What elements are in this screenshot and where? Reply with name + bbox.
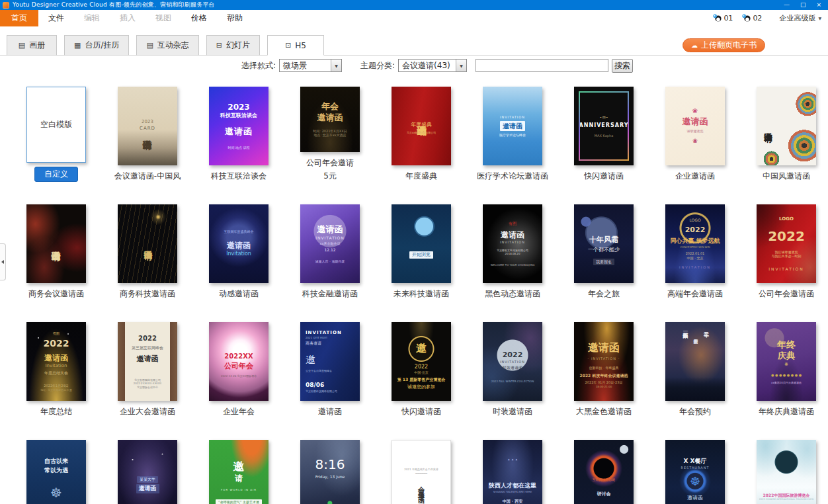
thumbnail-text: 企业年会品牌营销峰会 xyxy=(306,369,332,372)
search-button[interactable]: 搜索 xyxy=(612,59,633,73)
upload-ebook-label: 上传翻页电子书 xyxy=(701,40,757,51)
template-thumbnail[interactable]: 2022中国国际旅游博览会2022 CHINESE INTERNATIONAL … xyxy=(757,440,816,504)
thumbnail-text: 第三届互联网峰会 xyxy=(132,345,163,351)
template-thumbnail[interactable]: 邀请函INVITATIONxx界金融会议12.12诚邀人席 · 逾期作废 xyxy=(300,204,360,283)
template-thumbnail[interactable]: 开始浏览 xyxy=(392,204,451,283)
thumbnail-text: 2022 xyxy=(685,226,706,235)
style-select[interactable]: 微场景 ▼ xyxy=(279,59,342,72)
menu-item-help[interactable]: 帮助 xyxy=(217,10,253,26)
template-thumbnail[interactable]: 十年风霜一个都不能少我要报名 xyxy=(574,204,634,283)
close-button[interactable]: × xyxy=(816,0,821,10)
template-thumbnail[interactable]: ❀邀请函诚挚邀请您❀ xyxy=(665,87,725,165)
thumbnail-text: 2022 CHINESE INTERNATIONAL TOURISM EXPO xyxy=(759,498,813,501)
thumbnail-text: RESTAURANT xyxy=(681,466,709,470)
tab-slides[interactable]: ⊟ 幻灯片 xyxy=(206,35,260,56)
thumbnail-text: 2021 QIYE HUIYI xyxy=(306,336,327,339)
template-thumbnail[interactable]: 邀请函 xyxy=(26,204,86,283)
template-thumbnail[interactable]: 自古以来常以为遇☸ xyxy=(26,440,86,504)
qq-account-1[interactable]: 01 xyxy=(713,14,733,22)
thumbnail-text: LOGO xyxy=(779,216,794,222)
tab-calendar[interactable]: ▦ 台历/挂历 xyxy=(64,35,129,56)
template-thumbnail[interactable]: LOGO2022同心共赢 筑梦远航CONCENTRIC WIN-WIN2022.… xyxy=(665,204,725,283)
template-card: 互联网技术战略研讨会 xyxy=(574,440,634,504)
qq-account-2[interactable]: 02 xyxy=(742,14,762,22)
thumbnail-text: 2022 xyxy=(503,351,523,360)
thumbnail-text: ❋ xyxy=(784,362,788,368)
template-thumbnail[interactable]: 2022第三届互联网峰会邀请函北京有图网络有限公司2022年X月X日-X月X日北… xyxy=(118,322,177,401)
tab-h5[interactable]: ⊡ H5 xyxy=(267,35,324,56)
thumbnail-text: 邀请函 xyxy=(136,484,159,493)
edition-selector[interactable]: 企业高级版 ▼ xyxy=(779,13,821,23)
thumbnail-text: Invitation xyxy=(45,363,67,369)
template-label: 年会之旅 xyxy=(588,288,620,300)
template-thumbnail[interactable]: 2021 年终总结大会工作安排──────会议邀请函 xyxy=(392,440,451,504)
menu-item-file[interactable]: 文件 xyxy=(38,10,74,26)
template-label: 医疗学术论坛邀请函 xyxy=(477,171,548,182)
thumbnail-text: 开始浏览 xyxy=(409,251,433,259)
thumbnail-text: 邀请函 xyxy=(317,224,343,235)
template-thumbnail[interactable]: 邀请函 xyxy=(118,204,177,283)
template-thumbnail[interactable]: 互联网技术战略研讨会 xyxy=(574,440,634,504)
template-thumbnail[interactable]: 空白模版 xyxy=(26,87,86,163)
template-thumbnail[interactable]: 2022XX公司年会2022-12-26 北京XX国际酒店 xyxy=(209,322,269,401)
thumbnail-text: 与我们共享这一时刻 xyxy=(772,254,802,259)
template-thumbnail[interactable]: 邀请FOR WORLD IN AIR“会呼吸的空气” 主题艺术展 xyxy=(209,440,269,504)
category-select-value: 会议邀请(43) xyxy=(399,60,456,71)
qq-account-1-label: 01 xyxy=(724,14,733,22)
template-card: 2022INVITATION时装邀请函2022 FALL WINTER COLL… xyxy=(483,322,542,417)
customize-button[interactable]: 自定义 xyxy=(34,167,78,182)
style-filter-label: 选择款式: xyxy=(241,60,276,71)
template-thumbnail[interactable]: 邀请函- INVITATION -创新科技 · 年终盛典2022 科技年终会议邀… xyxy=(574,322,634,401)
thumbnail-text: 诚邀您的参加 xyxy=(407,384,435,390)
tab-album-label: 画册 xyxy=(29,40,45,51)
template-thumbnail[interactable]: 有图2022邀请函Invitation年度总结大会2022年1月29日地址: 北… xyxy=(26,322,86,401)
template-thumbnail[interactable]: -∞-ANNIVERSARYMAX Kapha xyxy=(574,87,634,165)
tab-magazine[interactable]: ▤ 互动杂志 xyxy=(136,35,198,56)
thumbnail-text: 2022 FALL WINTER COLLECTION xyxy=(491,380,534,383)
template-card: 空白模版自定义 xyxy=(26,87,86,182)
template-thumbnail[interactable]: 一年中的第三百五十六天农历壬寅年二零二二年 xyxy=(665,322,725,401)
thumbnail-text: 2022 xyxy=(415,364,428,370)
thumbnail-text: 年度总结大会 xyxy=(44,370,68,376)
book-icon: ▤ xyxy=(19,41,25,50)
template-thumbnail[interactable]: 某某大学邀请函 xyxy=(118,440,177,504)
template-label: 年度总结 xyxy=(40,406,72,417)
template-card: 一年中的第三百五十六天农历壬寅年二零二二年年会预约 xyxy=(665,322,725,417)
template-thumbnail[interactable]: ✦ ✦ ✦陕西人才都在这里SHAANXI TALENTS ARE HERE中国 … xyxy=(483,440,542,504)
template-thumbnail[interactable]: 邀请函年度盛典北京xx网络科技有限公司 xyxy=(392,87,451,165)
template-thumbnail[interactable]: 有图邀请函INVITATION北京图有文化传媒有限公司2018.08.20WEL… xyxy=(483,204,542,283)
template-thumbnail[interactable]: 2022INVITATION时装邀请函2022 FALL WINTER COLL… xyxy=(483,322,542,401)
template-thumbnail[interactable]: INVITATION邀请函医疗学术论坛峰会 xyxy=(483,87,542,165)
category-select[interactable]: 会议邀请(43) ▼ xyxy=(398,59,467,72)
thumbnail-text: 2022 xyxy=(44,337,69,349)
template-thumbnail[interactable]: 邀请函 xyxy=(757,87,816,165)
upload-ebook-button[interactable]: ☁ 上传翻页电子书 xyxy=(683,38,765,52)
template-thumbnail[interactable]: INVITATION2021 QIYE HUIYI商务邀请邀企业年会品牌营销峰会… xyxy=(300,322,360,401)
thumbnail-text: 诚邀人席 · 逾期作废 xyxy=(315,259,345,264)
menu-item-view: 视图 xyxy=(145,10,181,26)
template-label: 大黑金色邀请函 xyxy=(576,406,632,417)
template-thumbnail[interactable]: 8:16Friday, 13 June● xyxy=(300,440,360,504)
template-thumbnail[interactable]: LOGO2022我们诚挚邀请您与我们共享这一时刻INVITATION xyxy=(757,204,816,283)
template-thumbnail[interactable]: 2023CARD邀请函 xyxy=(118,87,177,165)
menu-item-price[interactable]: 价格 xyxy=(181,10,217,26)
template-thumbnail[interactable]: X X餐厅RESTAURANT☸邀请函 xyxy=(665,440,725,504)
menu-item-home[interactable]: 首页 xyxy=(0,10,38,26)
thumbnail-text: 互联网年度盛典峰会 xyxy=(224,230,254,234)
h5-icon: ⊡ xyxy=(285,41,291,50)
template-thumbnail[interactable]: 年终庆典❋● ● ● ● ● ● ● ●xx集团20周年庆典邀请函 xyxy=(757,322,816,401)
template-label: 公司年会邀请 xyxy=(306,157,354,169)
left-panel-toggle[interactable] xyxy=(0,243,6,280)
tab-album[interactable]: ▤ 画册 xyxy=(7,35,57,56)
thumbnail-text: INVITATION xyxy=(500,115,525,120)
minimize-button[interactable]: — xyxy=(784,0,790,10)
template-price: 5元 xyxy=(323,171,337,182)
search-input[interactable] xyxy=(476,59,608,72)
template-thumbnail[interactable]: 邀2022中国·北京第 13 届新零售产业博览会诚邀您的参加 xyxy=(392,322,451,401)
thumbnail-text: 2023 xyxy=(228,103,249,113)
maximize-button[interactable]: □ xyxy=(800,0,806,10)
template-thumbnail[interactable]: 2023科技互联洽谈会邀请函时间 地点 议程 xyxy=(209,87,269,165)
tab-calendar-label: 台历/挂历 xyxy=(85,40,119,51)
template-thumbnail[interactable]: 互联网年度盛典峰会邀请函Invitation xyxy=(209,204,269,283)
template-thumbnail[interactable]: 年会邀请函时间: 2021年X月XX日地点: 北京市xx大酒店 xyxy=(300,87,360,152)
